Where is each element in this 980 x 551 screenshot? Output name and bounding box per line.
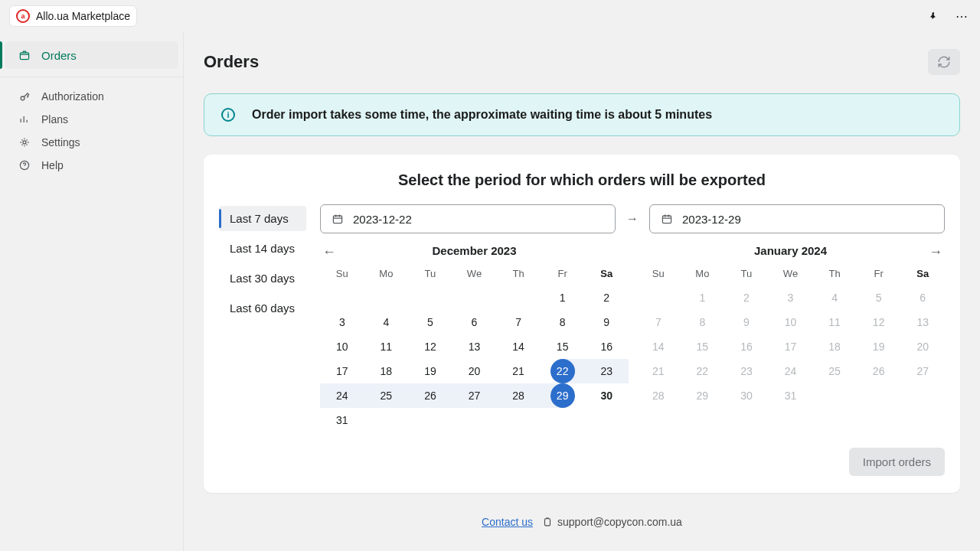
calendar-day[interactable]: 10 <box>769 310 813 334</box>
sidebar-item-help[interactable]: Help <box>5 154 178 177</box>
calendar-day[interactable]: 31 <box>320 408 364 432</box>
calendar-day[interactable]: 20 <box>900 334 945 359</box>
calendar-day[interactable]: 23 <box>724 359 769 383</box>
calendar-day[interactable]: 21 <box>636 359 681 383</box>
calendar-day[interactable]: 16 <box>724 334 769 359</box>
calendar-day[interactable]: 1 <box>541 285 585 310</box>
svg-rect-4 <box>333 216 341 223</box>
calendar-day[interactable]: 13 <box>900 310 945 334</box>
import-orders-button[interactable]: Import orders <box>849 448 945 476</box>
calendar-day[interactable]: 26 <box>857 359 901 383</box>
date-from-input[interactable]: 2023-12-22 <box>320 204 616 233</box>
calendar-day[interactable]: 8 <box>681 310 725 334</box>
pin-icon[interactable] <box>928 11 946 21</box>
calendar-day[interactable]: 29 <box>681 383 725 408</box>
date-to-value: 2023-12-29 <box>682 213 741 226</box>
calendar-day[interactable]: 18 <box>364 359 409 383</box>
calendar-day[interactable]: 31 <box>769 383 813 408</box>
sidebar-item-authorization[interactable]: Authorization <box>5 85 178 108</box>
calendar-day[interactable]: 25 <box>812 359 857 383</box>
calendar-day[interactable]: 19 <box>857 334 901 359</box>
calendar-day[interactable]: 2 <box>584 285 629 310</box>
calendar-day[interactable]: 3 <box>769 285 813 310</box>
sidebar-item-settings[interactable]: Settings <box>5 131 178 154</box>
calendar-day[interactable]: 12 <box>857 310 901 334</box>
calendar-day[interactable]: 24 <box>320 383 364 408</box>
date-to-input[interactable]: 2023-12-29 <box>649 204 945 233</box>
calendar-day[interactable]: 23 <box>584 359 629 383</box>
sync-button[interactable] <box>928 49 960 75</box>
calendar-day[interactable]: 25 <box>364 383 409 408</box>
calendar-day[interactable]: 9 <box>584 310 629 334</box>
calendar-day[interactable]: 10 <box>320 334 364 359</box>
calendar-dow: Mo <box>364 265 409 285</box>
calendar-day[interactable]: 30 <box>724 383 769 408</box>
arrow-right-icon: → <box>626 212 639 226</box>
preset-option[interactable]: Last 7 days <box>219 206 306 231</box>
calendar-day[interactable]: 4 <box>364 310 409 334</box>
calendar-day[interactable]: 7 <box>496 310 541 334</box>
calendar-day[interactable]: 22 <box>541 359 585 383</box>
calendar-day[interactable]: 11 <box>364 334 409 359</box>
calendar-day[interactable]: 29 <box>541 383 585 408</box>
help-icon <box>18 159 32 171</box>
calendar-day[interactable]: 28 <box>636 383 681 408</box>
calendar-day[interactable]: 8 <box>541 310 585 334</box>
calendar-day[interactable]: 24 <box>769 359 813 383</box>
calendar-dow: Sa <box>584 265 629 285</box>
app-badge[interactable]: a Allo.ua Marketplace <box>9 5 137 27</box>
calendar-day[interactable]: 27 <box>452 383 497 408</box>
calendar-day[interactable]: 26 <box>408 383 452 408</box>
contact-us-link[interactable]: Contact us <box>482 516 533 528</box>
calendar-day[interactable]: 4 <box>812 285 857 310</box>
calendar-day[interactable]: 28 <box>496 383 541 408</box>
calendar-day[interactable]: 5 <box>408 310 452 334</box>
calendar-day[interactable]: 2 <box>724 285 769 310</box>
calendar-day-empty <box>496 285 541 310</box>
calendar-day[interactable]: 16 <box>584 334 629 359</box>
date-inputs: 2023-12-22 → 2023-12-29 <box>320 204 945 233</box>
calendar-dow: Tu <box>724 265 769 285</box>
calendar-day[interactable]: 12 <box>408 334 452 359</box>
calendar-day[interactable]: 27 <box>900 359 945 383</box>
calendar-day[interactable]: 20 <box>452 359 497 383</box>
calendar-day[interactable]: 15 <box>541 334 585 359</box>
calendar-day[interactable]: 6 <box>900 285 945 310</box>
preset-option[interactable]: Last 30 days <box>219 266 306 291</box>
calendar-day[interactable]: 9 <box>724 310 769 334</box>
calendar-day[interactable]: 15 <box>681 334 725 359</box>
calendar-day[interactable]: 3 <box>320 310 364 334</box>
sidebar-item-orders[interactable]: Orders <box>5 41 178 69</box>
preset-option[interactable]: Last 60 days <box>219 295 306 321</box>
calendar-day[interactable]: 17 <box>320 359 364 383</box>
card-title: Select the period for which orders will … <box>219 171 945 189</box>
page-header: Orders <box>204 49 960 75</box>
sidebar-item-label: Orders <box>41 49 77 62</box>
preset-option[interactable]: Last 14 days <box>219 236 306 261</box>
calendar-day[interactable]: 18 <box>812 334 857 359</box>
calendar-day[interactable]: 22 <box>681 359 725 383</box>
calendar-day[interactable]: 21 <box>496 359 541 383</box>
calendar-day[interactable]: 14 <box>636 334 681 359</box>
calendar-day[interactable]: 17 <box>769 334 813 359</box>
info-icon: i <box>221 108 235 122</box>
support-email[interactable]: support@copycon.com.ua <box>542 516 682 528</box>
calendar-day[interactable]: 1 <box>681 285 725 310</box>
calendar-day-empty <box>364 285 409 310</box>
plans-icon <box>18 113 32 126</box>
calendar-dow: Th <box>812 265 857 285</box>
calendar-dow: Fr <box>541 265 585 285</box>
calendar-day[interactable]: 11 <box>812 310 857 334</box>
calendar-day[interactable]: 13 <box>452 334 497 359</box>
calendar-day[interactable]: 30 <box>584 383 629 408</box>
calendar-day[interactable]: 14 <box>496 334 541 359</box>
calendar-day[interactable]: 19 <box>408 359 452 383</box>
more-icon[interactable]: ⋯ <box>952 9 971 24</box>
page-title: Orders <box>204 52 259 72</box>
calendar-day-empty <box>320 285 364 310</box>
calendar-day[interactable]: 5 <box>857 285 901 310</box>
sidebar-divider <box>0 77 183 77</box>
calendar-day[interactable]: 7 <box>636 310 681 334</box>
calendar-day[interactable]: 6 <box>452 310 497 334</box>
sidebar-item-plans[interactable]: Plans <box>5 108 178 131</box>
